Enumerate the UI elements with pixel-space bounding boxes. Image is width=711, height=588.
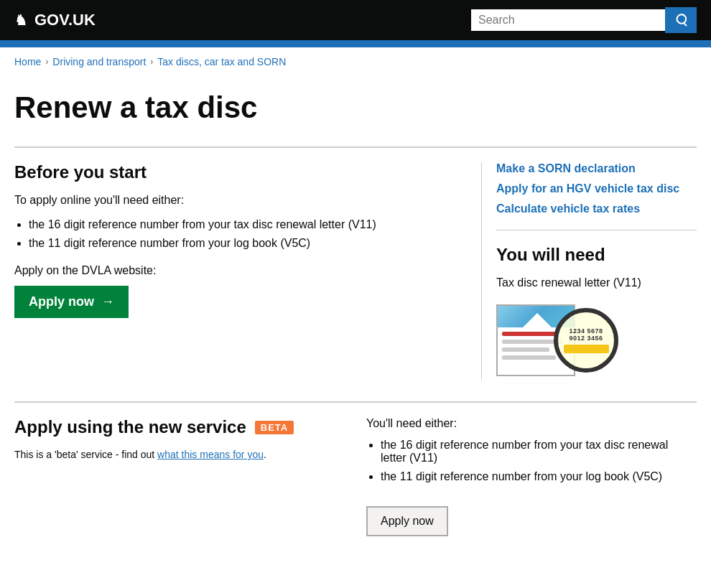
- related-links: Make a SORN declaration Apply for an HGV…: [496, 162, 697, 215]
- magnifier: 1234 5678 9012 3456: [554, 308, 618, 373]
- main-content-row: Before you start To apply online you'll …: [14, 146, 697, 380]
- beta-right-col: You'll need either: the 16 digit referen…: [366, 417, 697, 536]
- breadcrumb-sep-1: ›: [45, 57, 48, 67]
- before-you-start-heading: Before you start: [14, 162, 452, 182]
- beta-requirements-list: the 16 digit reference number from your …: [381, 439, 697, 483]
- magnifier-content: 1234 5678 9012 3456: [558, 325, 614, 356]
- search-icon: [674, 13, 688, 27]
- site-header: ♞ GOV.UK: [0, 0, 711, 40]
- arrow-right-icon: →: [101, 294, 114, 309]
- tax-disc-illustration: 1234 5678 9012 3456: [496, 301, 654, 380]
- yellow-highlight-bar: [564, 345, 609, 353]
- logo-text: GOV.UK: [34, 11, 96, 29]
- breadcrumb-home[interactable]: Home: [14, 56, 41, 67]
- ref-number: 1234 5678 9012 3456: [561, 327, 611, 342]
- requirements-list: the 16 digit reference number from your …: [29, 218, 452, 250]
- main-content: Renew a tax disc Before you start To app…: [0, 76, 711, 565]
- breadcrumb-tax-discs[interactable]: Tax discs, car tax and SORN: [157, 56, 286, 67]
- breadcrumb: Home › Driving and transport › Tax discs…: [0, 47, 711, 76]
- renewal-letter-label: Tax disc renewal letter (V11): [496, 276, 697, 289]
- search-form: [471, 7, 697, 33]
- related-link-rates[interactable]: Calculate vehicle tax rates: [496, 202, 697, 215]
- line-gray-3: [502, 355, 556, 360]
- gov-uk-logo[interactable]: ♞ GOV.UK: [14, 11, 96, 29]
- beta-badge: BETA: [255, 421, 294, 434]
- crown-icon: ♞: [14, 11, 27, 29]
- you-will-need-heading: You will need: [496, 245, 697, 265]
- new-service-heading: Apply using the new service BETA: [14, 417, 338, 437]
- list-item: the 11 digit reference number from your …: [29, 237, 452, 250]
- breadcrumb-driving[interactable]: Driving and transport: [52, 56, 146, 67]
- related-link-sorn[interactable]: Make a SORN declaration: [496, 162, 697, 175]
- intro-text: To apply online you'll need either:: [14, 194, 452, 207]
- beta-description: This is a 'beta' service - find out what…: [14, 449, 338, 460]
- new-service-title: Apply using the new service: [14, 417, 246, 437]
- dvla-label: Apply on the DVLA website:: [14, 264, 452, 277]
- line-red: [502, 332, 556, 336]
- search-input[interactable]: [471, 9, 665, 31]
- list-item: the 16 digit reference number from your …: [29, 218, 452, 231]
- apply-now-button-gray[interactable]: Apply now: [366, 506, 448, 536]
- list-item: the 11 digit reference number from your …: [381, 470, 697, 483]
- related-link-hgv[interactable]: Apply for an HGV vehicle tax disc: [496, 182, 697, 195]
- before-you-start-section: Before you start To apply online you'll …: [14, 162, 481, 380]
- you-need-label: You'll need either:: [366, 417, 697, 430]
- beta-text-before: This is a 'beta' service - find out: [14, 449, 157, 460]
- list-item: the 16 digit reference number from your …: [381, 439, 697, 465]
- divider: [496, 230, 697, 230]
- breadcrumb-sep-2: ›: [150, 57, 153, 67]
- search-button[interactable]: [665, 7, 697, 33]
- you-will-need-section: Make a SORN declaration Apply for an HGV…: [481, 162, 697, 380]
- apply-now-label: Apply now: [29, 294, 94, 309]
- mountain-shape: [523, 313, 552, 327]
- apply-now-button-green[interactable]: Apply now →: [14, 286, 129, 318]
- line-gray-2: [502, 347, 549, 352]
- page-title: Renew a tax disc: [14, 90, 697, 125]
- beta-text-after: .: [264, 449, 266, 460]
- beta-section: Apply using the new service BETA This is…: [14, 401, 697, 536]
- beta-link[interactable]: what this means for you: [157, 449, 264, 460]
- blue-accent-bar: [0, 40, 711, 47]
- beta-left-col: Apply using the new service BETA This is…: [14, 417, 366, 536]
